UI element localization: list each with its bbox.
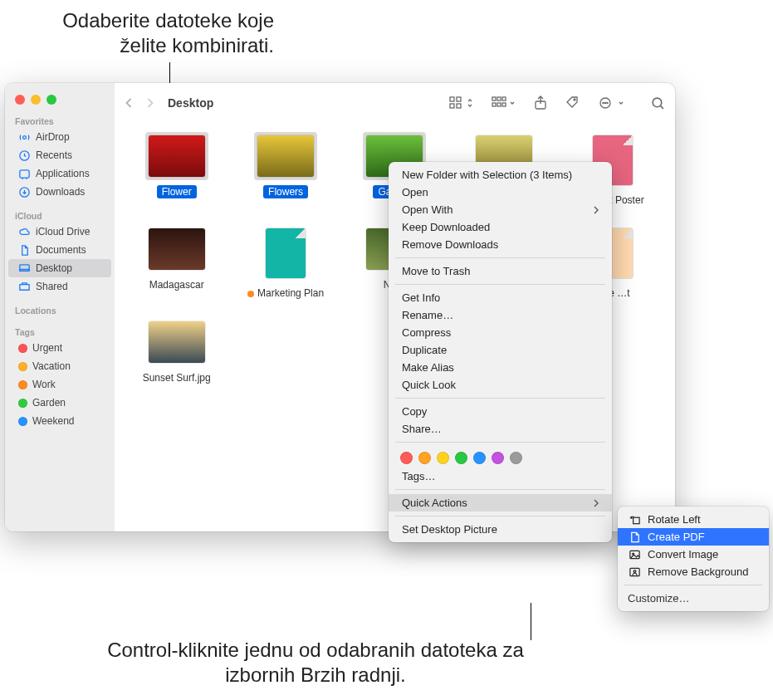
- menu-item[interactable]: Rename…: [389, 306, 612, 324]
- submenu-label: Remove Background: [648, 565, 748, 578]
- back-button[interactable]: [125, 96, 134, 110]
- action-icon: [628, 531, 641, 543]
- tag-label: Garden: [32, 397, 66, 409]
- tag-circle[interactable]: [400, 452, 413, 464]
- menu-item[interactable]: Quick Actions: [389, 494, 612, 512]
- menu-item[interactable]: Compress: [389, 324, 612, 341]
- submenu-item[interactable]: Convert Image: [618, 546, 769, 563]
- tag-circle[interactable]: [437, 452, 449, 464]
- tags-button[interactable]: [565, 95, 580, 110]
- tag-circle[interactable]: [510, 452, 522, 464]
- path-title: Desktop: [168, 96, 213, 110]
- submenu-item[interactable]: Rotate Left: [618, 511, 769, 528]
- tag-circle[interactable]: [473, 452, 486, 464]
- tag-dot-icon: [18, 399, 27, 408]
- submenu-item[interactable]: Create PDF: [618, 528, 769, 546]
- sidebar-item-desktop[interactable]: Desktop: [8, 259, 111, 277]
- more-button[interactable]: [599, 96, 624, 110]
- view-mode-button[interactable]: [449, 96, 473, 110]
- menu-item-label: Quick Actions: [402, 497, 467, 509]
- tag-dot-icon: [18, 362, 27, 371]
- menu-item-label: Share…: [402, 423, 442, 435]
- svg-point-20: [604, 102, 605, 103]
- tag-label: Weekend: [32, 415, 74, 427]
- search-button[interactable]: [651, 96, 665, 110]
- menu-separator: [624, 585, 762, 585]
- document-icon: [18, 244, 31, 257]
- file-label: Flower: [157, 185, 197, 198]
- sidebar-section-favorites: Favorites: [5, 113, 115, 128]
- file-item[interactable]: Sunset Surf.jpg: [131, 318, 223, 384]
- sidebar-tag-item[interactable]: Work: [8, 375, 111, 394]
- menu-item-label: Quick Look: [402, 379, 456, 391]
- menu-item[interactable]: Get Info: [389, 289, 612, 306]
- tag-circle[interactable]: [418, 452, 431, 464]
- sidebar-label: iCloud Drive: [36, 226, 90, 237]
- tag-circle[interactable]: [455, 452, 467, 464]
- file-item[interactable]: Flowers: [240, 132, 331, 207]
- menu-item-label: Copy: [402, 405, 427, 418]
- menu-item-label: Compress: [402, 326, 451, 339]
- tag-dot-icon: [247, 291, 254, 297]
- sidebar-tag-item[interactable]: Weekend: [8, 412, 111, 430]
- applications-icon: [18, 168, 31, 180]
- sidebar-item-documents[interactable]: Documents: [8, 241, 111, 259]
- image-thumbnail: [149, 135, 205, 177]
- menu-item-label: Set Desktop Picture: [402, 523, 497, 536]
- svg-point-19: [603, 102, 604, 103]
- sidebar-tag-item[interactable]: Vacation: [8, 357, 111, 375]
- file-item[interactable]: Madagascar: [131, 225, 223, 300]
- minimize-button[interactable]: [31, 95, 41, 105]
- menu-item[interactable]: Tags…: [389, 467, 612, 485]
- menu-item[interactable]: Remove Downloads: [389, 236, 612, 253]
- menu-item-label: Duplicate: [402, 344, 447, 356]
- forward-button[interactable]: [145, 96, 154, 110]
- menu-item[interactable]: Keep Downloaded: [389, 218, 612, 236]
- menu-separator: [395, 398, 605, 399]
- tag-circle[interactable]: [492, 452, 504, 464]
- file-label: Flowers: [263, 185, 308, 198]
- sidebar-label: Documents: [36, 244, 86, 256]
- svg-rect-6: [450, 97, 454, 101]
- zoom-button[interactable]: [46, 95, 56, 105]
- quick-actions-submenu: Rotate LeftCreate PDFConvert ImageRemove…: [618, 507, 769, 611]
- menu-item[interactable]: New Folder with Selection (3 Items): [389, 166, 612, 184]
- menu-item[interactable]: Duplicate: [389, 341, 612, 359]
- menu-item[interactable]: Open: [389, 184, 612, 201]
- submenu-customize[interactable]: Customize…: [618, 590, 769, 607]
- tag-label: Urgent: [32, 342, 62, 354]
- menu-item[interactable]: Copy: [389, 403, 612, 420]
- svg-rect-8: [450, 104, 454, 108]
- menu-item[interactable]: Move to Trash: [389, 262, 612, 280]
- sidebar-item-airdrop[interactable]: AirDrop: [8, 128, 111, 146]
- svg-point-21: [607, 102, 608, 103]
- image-thumbnail: [257, 135, 314, 177]
- sidebar-tag-item[interactable]: Urgent: [8, 339, 111, 357]
- group-button[interactable]: [492, 96, 516, 110]
- leader-line: [531, 603, 531, 640]
- menu-item[interactable]: Set Desktop Picture: [389, 521, 612, 538]
- sidebar-item-shared[interactable]: Shared: [8, 277, 111, 296]
- menu-item[interactable]: Open With: [389, 201, 612, 218]
- sidebar-section-locations: Locations: [5, 302, 115, 317]
- svg-rect-11: [497, 97, 501, 100]
- file-item[interactable]: Marketing Plan: [240, 225, 331, 300]
- menu-item[interactable]: Share…: [389, 420, 612, 438]
- menu-item-label: Open With: [402, 203, 453, 216]
- sidebar-item-downloads[interactable]: Downloads: [8, 183, 111, 201]
- sidebar-item-applications[interactable]: Applications: [8, 164, 111, 183]
- menu-item[interactable]: Make Alias: [389, 359, 612, 376]
- sidebar-section-tags: Tags: [5, 324, 115, 339]
- close-button[interactable]: [15, 95, 25, 105]
- submenu-item[interactable]: Remove Background: [618, 563, 769, 580]
- svg-rect-23: [633, 517, 639, 524]
- sidebar-tag-item[interactable]: Garden: [8, 394, 111, 412]
- svg-rect-5: [20, 269, 29, 271]
- menu-item-label: Get Info: [402, 291, 440, 304]
- menu-separator: [395, 442, 605, 443]
- sidebar-item-icloud-drive[interactable]: iCloud Drive: [8, 223, 111, 241]
- file-item[interactable]: Flower: [131, 132, 223, 207]
- menu-item[interactable]: Quick Look: [389, 376, 612, 394]
- share-button[interactable]: [534, 95, 547, 110]
- sidebar-item-recents[interactable]: Recents: [8, 146, 111, 164]
